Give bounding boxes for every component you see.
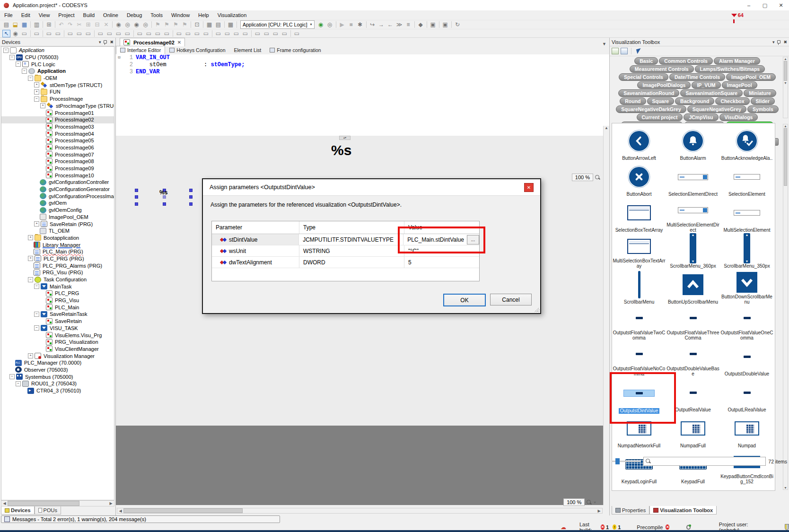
toolbox-item-scrollbarmenu-360px[interactable]: ▲▼ScrollbarMenu_360px xyxy=(666,234,720,270)
generate-icon[interactable]: ▦ xyxy=(205,21,213,28)
scroll-up-icon[interactable]: ▲ xyxy=(604,126,609,131)
menu-window[interactable]: Window xyxy=(167,11,194,19)
toolbox-item-selectionboxtextarray[interactable]: SelectionBoxTextArray xyxy=(612,198,666,234)
toolbox-item-multiselectionelement[interactable]: MultiSelectionElement xyxy=(720,198,774,234)
toolbox-item-numpad[interactable]: Numpad xyxy=(720,414,774,450)
resize-grip[interactable] xyxy=(535,307,539,312)
tree-item-processimage06[interactable]: ProcessImage06 xyxy=(1,144,114,151)
menu-edit[interactable]: Edit xyxy=(17,11,35,19)
tree-item-visuelems-visu-prg[interactable]: VisuElems.Visu_Prg xyxy=(1,331,114,339)
tree-item-ctr04-3-705010-[interactable]: CTR04_3 (705010) xyxy=(1,387,114,394)
tree-item-gvlconfigurationprocessimage[interactable]: gvlConfigurationProcessImage xyxy=(1,192,114,200)
delete-icon[interactable]: ✕ xyxy=(102,21,110,28)
tree-item-processimage05[interactable]: ProcessImage05 xyxy=(1,137,114,144)
tree-item-gvlconfigurationgenerator[interactable]: gvlConfigurationGenerator xyxy=(1,186,114,193)
toolbox-item-outputstfloatvaluetwocomma[interactable]: OutputstFloatValueTwoComma xyxy=(612,306,666,342)
category-round[interactable]: Round xyxy=(620,97,646,105)
canvas-vscrollbar[interactable]: ▲ xyxy=(603,126,609,505)
active-application-selector[interactable]: Application [CPU: PLC Logic] ▾ xyxy=(240,20,315,29)
zoom-level[interactable]: 100 % xyxy=(572,174,593,181)
toolbox-item-outputstdoublevalue[interactable]: OutputstDoubleValue xyxy=(720,342,774,378)
tree-item-gvlconfigurationcontroller[interactable]: gvlConfigurationController xyxy=(1,179,114,186)
category-saveanimationround[interactable]: SaveanimationRound xyxy=(618,89,679,97)
project-settings-icon[interactable]: ▤ xyxy=(214,21,222,28)
dialog-title-bar[interactable]: Assign parameters <OutputstDintValue> ✕ xyxy=(203,179,540,196)
align-center-h-icon[interactable]: ▭ xyxy=(75,30,83,37)
expand-icon[interactable]: + xyxy=(34,82,39,87)
step-out-icon[interactable]: ← xyxy=(386,21,394,28)
service-icon[interactable]: ✱ xyxy=(356,21,364,28)
category-alarm-manager[interactable]: Alarm Manager xyxy=(714,57,760,65)
print-icon[interactable]: ▥ xyxy=(33,21,41,28)
tab-processimage02[interactable]: ProcessImage02 ✕ xyxy=(120,38,185,46)
scan-icon[interactable]: ▭ xyxy=(293,30,301,37)
order-front-icon[interactable]: ▭ xyxy=(254,30,262,37)
parameter-value-cell[interactable]: 5 xyxy=(404,257,479,268)
tree-item-plc-logic[interactable]: −PLC Logic xyxy=(1,61,114,68)
selection-handle[interactable] xyxy=(189,202,193,206)
copy-icon[interactable]: ⊞ xyxy=(84,21,92,28)
pointer-icon[interactable] xyxy=(636,48,642,54)
toolbox-item-multiselectionelementdirect[interactable]: MultiSelectionElementDirect xyxy=(666,198,720,234)
expand-icon[interactable]: − xyxy=(9,55,15,60)
category-current-project[interactable]: Current project xyxy=(637,113,683,121)
scrollbar-thumb[interactable] xyxy=(123,508,243,513)
subtab-interface-editor[interactable]: Interface Editor xyxy=(116,46,165,54)
parameter-row-dwtextalignment[interactable]: dwTextAlignmentDWORD5 xyxy=(212,257,479,268)
tree-item-processimage08[interactable]: ProcessImage08 xyxy=(1,158,114,165)
toolbox-item-selectionelementdirect[interactable]: SelectionElementDirect xyxy=(666,162,720,198)
tree-item-rou01-2-705043-[interactable]: −ROU01_2 (705043) xyxy=(1,380,114,387)
size-h-icon[interactable]: ▭ xyxy=(136,30,144,37)
expand-icon[interactable]: + xyxy=(28,353,33,358)
tree-item-prg-visu-prg-[interactable]: PRG_Visu (PRG) xyxy=(1,269,114,276)
category-common-controls[interactable]: Common Controls xyxy=(659,57,713,65)
minimize-icon[interactable]: – xyxy=(741,0,757,10)
scrollbar-thumb[interactable] xyxy=(8,501,79,506)
insert-element-icon[interactable] xyxy=(612,48,619,54)
grid-scrollbar[interactable]: ▲▼ xyxy=(783,124,788,490)
close-icon[interactable]: ✖ xyxy=(110,40,114,44)
step-in-icon[interactable]: → xyxy=(377,21,386,28)
expand-icon[interactable]: − xyxy=(34,325,39,331)
tree-item-processimage10[interactable]: ProcessImage10 xyxy=(1,172,114,179)
scroll-right-icon[interactable]: ▶ xyxy=(108,501,114,506)
selection-handle[interactable] xyxy=(135,202,138,206)
expand-icon[interactable]: + xyxy=(28,235,33,240)
tree-item-visu-task[interactable]: −VISU_TASK xyxy=(1,325,114,332)
expand-icon[interactable]: + xyxy=(40,103,45,108)
expand-icon[interactable]: − xyxy=(34,96,39,102)
category-slider[interactable]: Slider xyxy=(751,97,775,105)
category-imagepooldialogs[interactable]: ImagePoolDialogs xyxy=(637,81,691,89)
find-inc-icon[interactable]: ◎ xyxy=(123,21,132,28)
slider-thumb[interactable] xyxy=(615,458,620,464)
dist-v2-icon[interactable]: ▭ xyxy=(184,30,192,37)
interface-editor-code[interactable]: ⊟1VAR_IN_OUT2 stOem : stOemType;3END_VAR xyxy=(116,54,609,136)
toolbox-item-buttonabort[interactable]: ButtonAbort xyxy=(612,162,666,198)
run-icon[interactable]: ▶ xyxy=(338,21,346,28)
devices-hscrollbar[interactable]: ◀ ▶ xyxy=(1,500,114,506)
insert-frame-icon[interactable] xyxy=(621,48,628,54)
tree-item-plc-main[interactable]: PLC_Main xyxy=(1,304,114,311)
paste-down-icon[interactable]: ▭ xyxy=(54,30,62,37)
category-miniature[interactable]: Miniature xyxy=(744,89,776,97)
expand-icon[interactable]: − xyxy=(3,48,9,53)
tree-item-plc-prg-alarms-prg-[interactable]: PLC_PRG_Alarms (PRG) xyxy=(1,262,114,269)
cut-icon[interactable]: ✂ xyxy=(75,21,83,28)
ok-button[interactable]: OK xyxy=(443,294,486,306)
tree-item-processimage07[interactable]: ProcessImage07 xyxy=(1,151,114,158)
toolbox-item-buttondownscrollbarmenu[interactable]: ButtonDownScrollbarMenu xyxy=(720,270,774,306)
toolbox-item-keypadbuttoncmdiconbig-152[interactable]: KeypadButtonCmdIconBig_152 xyxy=(720,450,774,486)
monitor-icon[interactable]: ▣ xyxy=(429,21,437,28)
tree-item-cpu-705003-[interactable]: −CPU (705003) xyxy=(1,54,114,61)
menu-project[interactable]: Project xyxy=(54,11,79,19)
dist-h-icon[interactable]: ▭ xyxy=(193,30,201,37)
tree-item-processimage[interactable]: −ProcessImage xyxy=(1,96,114,103)
tree-item-stoemtype-struct-[interactable]: +stOemType (STRUCT) xyxy=(1,81,114,88)
tree-item-maintask[interactable]: −MainTask xyxy=(1,283,114,290)
category-symbols[interactable]: Symbols xyxy=(747,105,779,113)
expand-icon[interactable]: − xyxy=(34,284,39,289)
message-filter[interactable]: 64 xyxy=(731,12,744,18)
toolbox-item-outputlrealvalue[interactable]: OutputLRealValue xyxy=(720,378,774,414)
category-measurement-controls[interactable]: Measurement Controls xyxy=(630,65,694,73)
frame-icon[interactable]: ▭ xyxy=(33,30,41,37)
